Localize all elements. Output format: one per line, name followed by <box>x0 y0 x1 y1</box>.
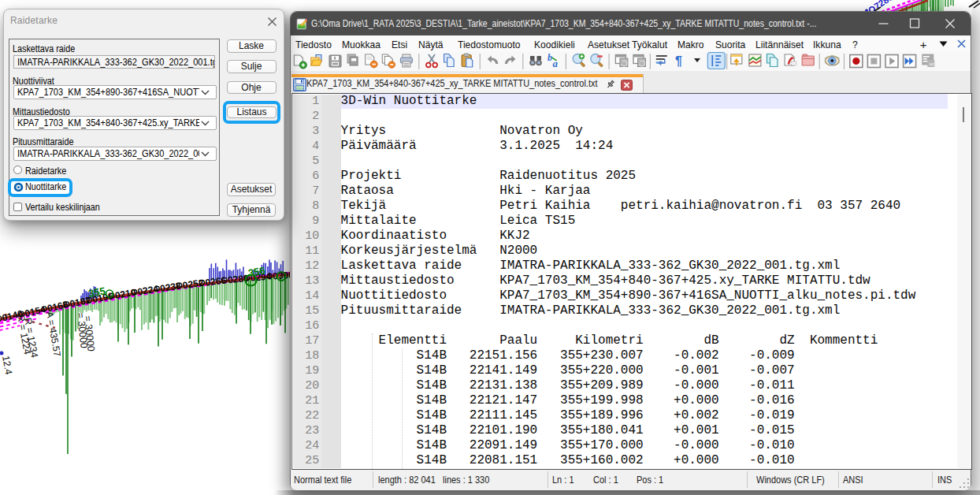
svg-text:12.4: 12.4 <box>0 355 14 375</box>
svg-text:uc: uc <box>930 61 934 66</box>
svg-text:0266: 0266 <box>205 275 227 288</box>
svg-text:b: b <box>548 52 552 63</box>
svg-text:¶: ¶ <box>675 54 682 68</box>
